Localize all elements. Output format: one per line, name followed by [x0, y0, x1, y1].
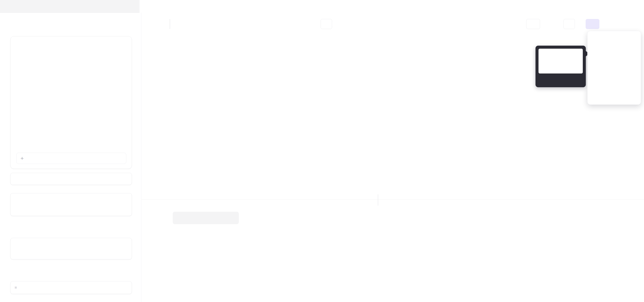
conversion-rate-card — [10, 193, 132, 216]
plus-icon: + — [20, 155, 24, 162]
conversion-window-card[interactable] — [10, 173, 132, 185]
funnels-analysis-app: + — [0, 0, 644, 302]
scale-button[interactable] — [526, 19, 540, 29]
chart-type-tooltip — [536, 46, 586, 87]
filter-segment-dropdown[interactable] — [16, 205, 126, 213]
chart-type-button[interactable] — [586, 19, 600, 29]
drag-handle-icon[interactable]: ≡ — [14, 285, 17, 290]
metric-title-row[interactable] — [16, 40, 128, 50]
granularity-button[interactable] — [564, 19, 575, 29]
chart-table-divider — [142, 199, 644, 200]
layout-toggle-group — [378, 194, 378, 206]
add-step-button[interactable]: + — [16, 153, 126, 164]
search-input[interactable] — [180, 215, 235, 221]
breakdown-property-card[interactable]: ≡ — [10, 281, 132, 294]
metric-card: + — [10, 36, 132, 169]
compare-button[interactable] — [321, 19, 332, 29]
chart-type-menu — [587, 31, 641, 105]
report-main — [142, 0, 644, 302]
breakdown-table — [170, 224, 644, 282]
platform-filter-card[interactable] — [10, 238, 132, 260]
date-range-picker — [170, 19, 170, 29]
query-builder-sidebar: + — [0, 13, 142, 302]
report-tabbar — [0, 0, 140, 13]
tooltip-preview-chart — [538, 49, 583, 74]
table-search — [173, 212, 239, 224]
